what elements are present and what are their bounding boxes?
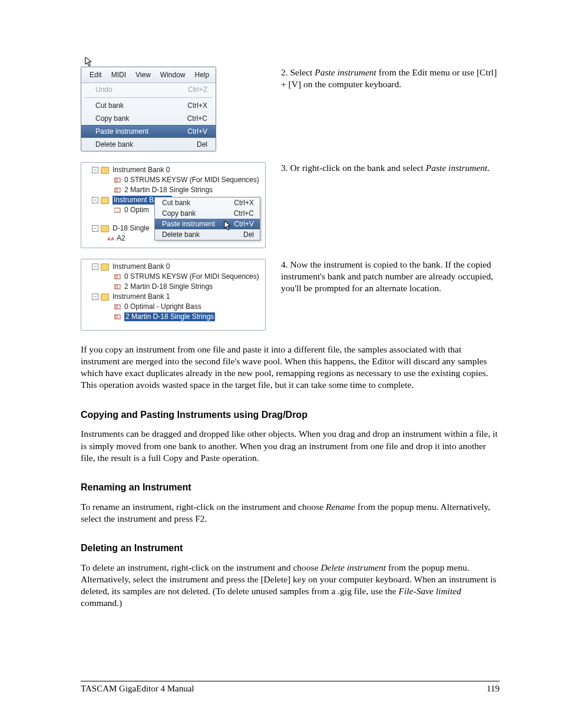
heading-rename: Renaming an Instrument	[81, 482, 500, 494]
collapse-icon[interactable]: −	[92, 294, 98, 300]
tree-bank-0[interactable]: Instrument Bank 0	[113, 262, 170, 271]
menu-window[interactable]: Window	[156, 70, 190, 80]
tree-item[interactable]: 0 STRUMS KEYSW (For MIDI Sequences)	[124, 176, 259, 185]
cursor-icon	[85, 67, 93, 67]
page-footer: TASCAM GigaEditor 4 Manual 119	[81, 681, 500, 694]
paragraph-rename: To rename an instrument, right-click on …	[81, 501, 500, 525]
collapse-icon[interactable]: −	[92, 225, 98, 232]
menu-view[interactable]: View	[131, 70, 156, 80]
tree-result-screenshot: −Instrument Bank 0 0 STRUMS KEYSW (For M…	[81, 259, 266, 331]
menu-item-delete-bank[interactable]: Delete bankDel	[81, 138, 216, 151]
context-menu: Cut bankCtrl+X Copy bankCtrl+C Paste ins…	[154, 197, 260, 241]
paragraph-merge: If you copy an instrument from one file …	[81, 344, 500, 391]
edit-dropdown: UndoCtrl+Z Cut bankCtrl+X Copy bankCtrl+…	[81, 83, 216, 151]
tree-item[interactable]: 2 Martin D-18 Single Strings	[124, 186, 213, 195]
folder-icon	[101, 167, 109, 174]
ctx-paste-instrument[interactable]: Paste instrumentCtrl+V	[155, 219, 260, 229]
menu-separator	[85, 97, 212, 98]
menu-help[interactable]: Help	[190, 70, 214, 80]
wave-icon: ᴀᴀ	[107, 234, 114, 243]
instrument-icon	[114, 206, 121, 215]
instrument-icon	[114, 302, 121, 311]
svg-rect-6	[114, 208, 120, 212]
step-3-text: 3. Or right-click on the bank and select…	[281, 162, 500, 174]
folder-icon	[101, 294, 109, 301]
edit-menu-screenshot: Edit MIDI View Window Help UndoCtrl+Z Cu…	[81, 67, 216, 151]
tree-bank-0[interactable]: Instrument Bank 0	[113, 166, 170, 174]
paragraph-delete: To delete an instrument, right-click on …	[81, 562, 500, 610]
instrument-icon	[114, 176, 121, 185]
tree-item[interactable]: 0 Optim	[124, 206, 149, 215]
tree-item[interactable]: D-18 Single	[113, 224, 150, 233]
menu-item-copy-bank[interactable]: Copy bankCtrl+C	[81, 112, 216, 125]
tree-context-screenshot: −Instrument Bank 0 0 STRUMS KEYSW (For M…	[81, 162, 266, 248]
menu-item-cut-bank[interactable]: Cut bankCtrl+X	[81, 99, 216, 112]
tree-item[interactable]: 0 STRUMS KEYSW (For MIDI Sequences)	[124, 272, 259, 281]
folder-icon	[101, 225, 109, 232]
menu-edit[interactable]: Edit	[85, 70, 107, 80]
instrument-icon	[114, 186, 121, 195]
collapse-icon[interactable]: −	[92, 263, 98, 270]
menu-item-paste-instrument[interactable]: Paste instrumentCtrl+V	[81, 125, 216, 138]
menu-item-undo[interactable]: UndoCtrl+Z	[81, 83, 216, 96]
step-2-text: 2. Select Paste instrument from the Edit…	[281, 67, 500, 90]
menu-bar: Edit MIDI View Window Help	[81, 67, 216, 83]
instrument-icon	[114, 272, 121, 281]
step-4-text: 4. Now the instrument is copied to the b…	[281, 259, 500, 294]
folder-icon	[101, 263, 109, 271]
heading-dragdrop: Copying and Pasting Instruments using Dr…	[81, 409, 500, 421]
heading-delete: Deleting an Instrument	[81, 542, 500, 555]
ctx-cut-bank[interactable]: Cut bankCtrl+X	[155, 197, 260, 208]
paragraph-dragdrop: Instruments can be dragged and dropped l…	[81, 428, 500, 463]
instrument-icon	[114, 312, 121, 321]
ctx-copy-bank[interactable]: Copy bankCtrl+C	[155, 208, 260, 219]
tree-bank-1[interactable]: Instrument Bank 1	[113, 292, 170, 301]
tree-item[interactable]: 0 Optimal - Upright Bass	[124, 302, 201, 311]
page-number: 119	[487, 684, 500, 694]
tree-item[interactable]: A2	[117, 234, 125, 243]
menu-midi[interactable]: MIDI	[107, 70, 131, 80]
collapse-icon[interactable]: −	[92, 167, 98, 173]
cursor-icon	[224, 220, 232, 231]
folder-icon	[101, 197, 109, 204]
footer-title: TASCAM GigaEditor 4 Manual	[81, 684, 194, 694]
instrument-icon	[114, 282, 121, 291]
tree-item-selected[interactable]: 2 Martin D-18 Single Strings	[124, 312, 215, 321]
tree-item[interactable]: 2 Martin D-18 Single Strings	[124, 282, 213, 291]
ctx-delete-bank[interactable]: Delete bankDel	[155, 229, 260, 240]
collapse-icon[interactable]: −	[92, 197, 98, 203]
